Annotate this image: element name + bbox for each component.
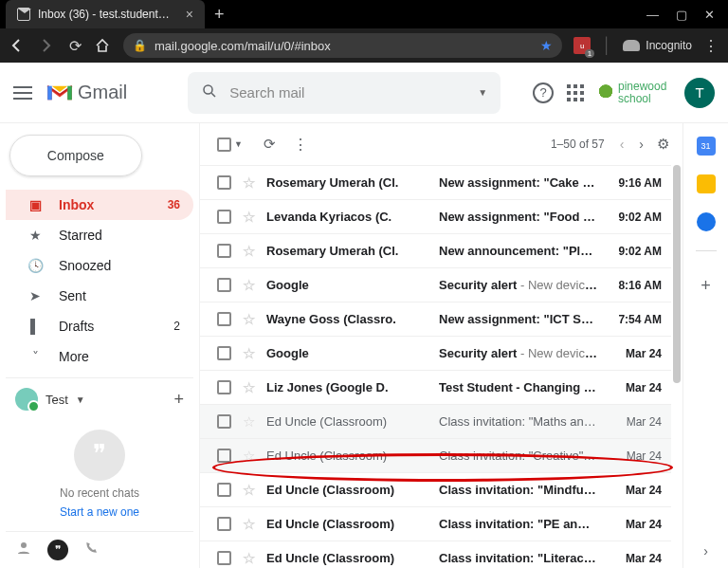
folder-icon: ★	[27, 228, 44, 243]
star-icon[interactable]: ☆	[243, 174, 255, 192]
minimize-button[interactable]: —	[646, 8, 659, 22]
email-row[interactable]: ☆Levanda Kyriacos (C.New assignment: "Fo…	[200, 199, 671, 233]
keep-addon-icon[interactable]	[697, 174, 716, 193]
star-icon[interactable]: ☆	[243, 345, 255, 362]
google-apps-button[interactable]	[567, 84, 584, 101]
calendar-addon-icon[interactable]: 31	[697, 137, 716, 156]
star-icon[interactable]: ☆	[243, 550, 255, 567]
email-row[interactable]: ☆Liz Jones (Google D.Test Student - Chan…	[200, 370, 671, 404]
maximize-button[interactable]: ▢	[676, 8, 687, 22]
settings-button[interactable]: ⚙	[657, 136, 669, 153]
row-checkbox[interactable]	[217, 346, 231, 360]
bookmark-star-icon[interactable]: ★	[540, 38, 553, 53]
star-icon[interactable]: ☆	[243, 379, 255, 396]
sidebar-item-inbox[interactable]: ▣Inbox36	[6, 190, 193, 220]
row-checkbox[interactable]	[217, 517, 231, 531]
tab-close-icon[interactable]: ×	[186, 7, 193, 22]
collapse-panel-button[interactable]: ›	[703, 543, 708, 559]
support-button[interactable]: ?	[533, 82, 554, 103]
row-checkbox[interactable]	[217, 210, 231, 224]
row-checkbox[interactable]	[217, 449, 231, 463]
row-checkbox[interactable]	[217, 175, 231, 190]
email-row[interactable]: ☆GoogleSecurity alert - New device…8:16 …	[200, 267, 671, 302]
folder-icon: 🕓	[27, 258, 44, 273]
tasks-addon-icon[interactable]	[697, 212, 716, 231]
email-row[interactable]: ☆GoogleSecurity alert - New device…Mar 2…	[200, 336, 671, 370]
browser-tab[interactable]: Inbox (36) - test.student@pinew… ×	[6, 0, 205, 28]
sidebar-item-drafts[interactable]: ▌Drafts2	[6, 311, 193, 341]
prev-page-button[interactable]: ‹	[620, 137, 625, 152]
row-checkbox[interactable]	[217, 483, 231, 497]
account-avatar[interactable]: T	[684, 78, 715, 108]
row-checkbox[interactable]	[217, 414, 231, 429]
star-icon[interactable]: ☆	[243, 209, 255, 226]
folder-label: Sent	[59, 288, 86, 303]
get-addons-button[interactable]: +	[701, 276, 711, 296]
forward-button[interactable]	[38, 38, 55, 53]
email-subject: New announcement: "Plea…	[439, 244, 597, 258]
scrollbar[interactable]	[673, 165, 681, 383]
address-bar[interactable]: 🔒 mail.google.com/mail/u/0/#inbox ★	[123, 33, 562, 58]
gmail-header: Gmail Search mail ▼ ? pinewood school T	[0, 63, 728, 123]
start-chat-link[interactable]: Start a new one	[60, 505, 139, 519]
email-sender: Ed Uncle (Classroom)	[266, 449, 428, 463]
next-page-button[interactable]: ›	[639, 137, 644, 152]
row-checkbox[interactable]	[217, 278, 231, 292]
hangouts-user-row[interactable]: Test ▼ +	[6, 377, 193, 416]
email-date: Mar 24	[609, 381, 662, 394]
compose-button[interactable]: + Compose	[9, 135, 142, 176]
email-row[interactable]: ☆Ed Uncle (Classroom)Class invitation: "…	[200, 506, 671, 541]
row-checkbox[interactable]	[217, 244, 231, 258]
email-row[interactable]: ☆Ed Uncle (Classroom)Class invitation: "…	[200, 472, 671, 506]
email-row[interactable]: ☆Rosemary Umerah (Cl.New announcement: "…	[200, 233, 671, 267]
star-icon[interactable]: ☆	[243, 448, 255, 465]
extension-ublock-icon[interactable]: u1	[573, 37, 591, 54]
star-icon[interactable]: ☆	[243, 243, 255, 260]
more-actions-button[interactable]: ⋮	[293, 136, 308, 154]
new-tab-button[interactable]: +	[205, 5, 234, 25]
nav-folder-list: ▣Inbox36★Starred🕓Snoozed➤Sent▌Drafts2˅Mo…	[6, 190, 193, 372]
search-bar[interactable]: Search mail ▼	[188, 72, 500, 114]
folder-label: Drafts	[59, 319, 94, 334]
email-row[interactable]: ☆Wayne Goss (Classro.New assignment: "IC…	[200, 302, 671, 336]
star-icon[interactable]: ☆	[243, 413, 255, 431]
folder-label: Starred	[59, 228, 102, 243]
incognito-label: Incognito	[646, 39, 692, 52]
gmail-logo[interactable]: Gmail	[46, 82, 127, 103]
back-button[interactable]	[9, 38, 27, 53]
reload-button[interactable]: ⟳	[66, 37, 83, 55]
row-checkbox[interactable]	[217, 551, 231, 565]
email-row[interactable]: ☆Ed Uncle (Classroom)Class invitation: "…	[200, 404, 671, 438]
sidebar-item-starred[interactable]: ★Starred	[6, 220, 193, 250]
sidebar-item-more[interactable]: ˅More	[6, 341, 193, 372]
select-all-checkbox[interactable]	[217, 137, 231, 152]
email-row[interactable]: ☆Rosemary Umerah (Cl.New assignment: "Ca…	[200, 165, 671, 199]
email-rows: ☆Rosemary Umerah (Cl.New assignment: "Ca…	[200, 165, 671, 568]
contacts-tab-icon[interactable]	[15, 540, 32, 560]
email-date: Mar 24	[609, 347, 662, 360]
hangouts-tab-icon[interactable]: ❞	[47, 540, 68, 560]
folder-count: 2	[173, 320, 180, 333]
main-menu-button[interactable]	[13, 86, 32, 100]
email-row[interactable]: ☆Ed Uncle (Classroom)Class invitation: "…	[200, 438, 671, 472]
sidebar-item-snoozed[interactable]: 🕓Snoozed	[6, 250, 193, 281]
phone-tab-icon[interactable]	[83, 541, 99, 559]
sidebar-item-sent[interactable]: ➤Sent	[6, 281, 193, 311]
incognito-indicator[interactable]: Incognito	[623, 39, 692, 52]
star-icon[interactable]: ☆	[243, 311, 255, 328]
browser-menu-button[interactable]: ⋮	[703, 37, 719, 55]
select-dropdown-icon[interactable]: ▼	[234, 139, 243, 149]
close-window-button[interactable]: ✕	[704, 8, 715, 22]
star-icon[interactable]: ☆	[243, 482, 255, 499]
star-icon[interactable]: ☆	[243, 516, 255, 533]
home-button[interactable]	[95, 38, 112, 53]
refresh-button[interactable]: ⟳	[264, 136, 276, 153]
search-options-icon[interactable]: ▼	[478, 87, 487, 98]
compose-label: Compose	[47, 148, 104, 163]
new-chat-button[interactable]: +	[173, 390, 193, 410]
email-sender: Ed Uncle (Classroom)	[266, 517, 428, 531]
email-row[interactable]: ☆Ed Uncle (Classroom)Class invitation: "…	[200, 541, 671, 568]
star-icon[interactable]: ☆	[243, 277, 255, 294]
row-checkbox[interactable]	[217, 312, 231, 326]
row-checkbox[interactable]	[217, 380, 231, 394]
